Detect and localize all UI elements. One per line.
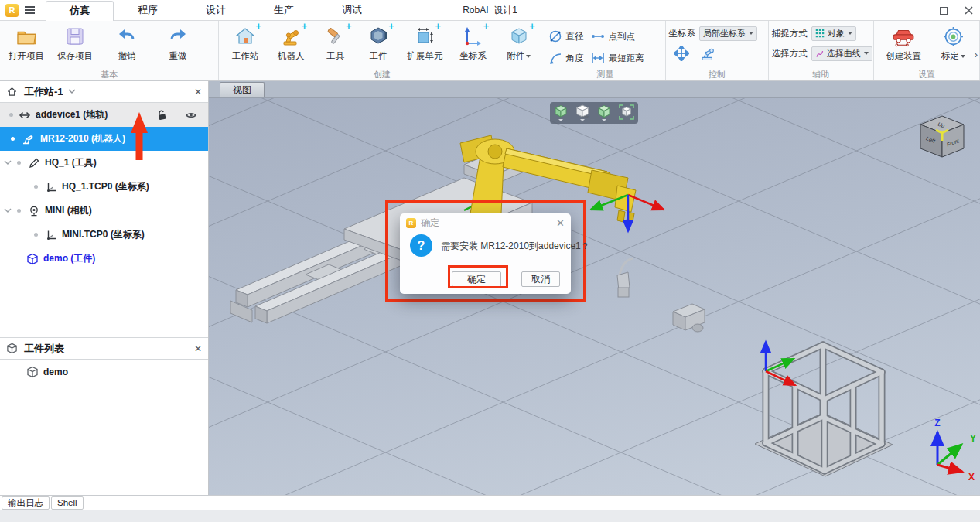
coordinate-system-select[interactable]: 局部坐标系 — [699, 26, 757, 41]
maximize-button[interactable] — [938, 5, 949, 16]
create-attachment-button[interactable]: + 附件 — [496, 23, 541, 62]
menu-hamburger-icon[interactable] — [25, 6, 35, 14]
eye-icon[interactable] — [185, 109, 197, 121]
tab-design[interactable]: 设计 — [182, 0, 250, 21]
status-bar — [0, 510, 980, 522]
wireframe-cube-icon — [553, 104, 569, 119]
create-device-button[interactable]: 创建装置 — [878, 23, 929, 62]
view-cube[interactable]: Up Left Front — [920, 116, 964, 157]
solid-view-button[interactable]: solid — [575, 104, 590, 121]
ribbon-group-control: 坐标系 局部坐标系 控制 — [666, 21, 769, 80]
create-extension-unit-button[interactable]: + 扩展单元 — [400, 23, 450, 62]
workpiece-item-demo[interactable]: demo — [0, 360, 208, 384]
tree-item-hq1[interactable]: HQ_1 (工具) — [0, 151, 208, 175]
measure-shortest-distance-button[interactable]: 最短距离 — [591, 51, 644, 65]
tree-item-hq1-tcp0[interactable]: HQ_1.TCP0 (坐标系) — [0, 175, 208, 199]
create-robot-button[interactable]: + 机器人 — [268, 23, 314, 62]
window-title: RobAI_设计1 — [463, 4, 517, 17]
bottom-tab-bar: 输出日志 Shell — [0, 495, 980, 510]
tree-item-mr12-2010[interactable]: MR12-2010 (机器人) — [0, 127, 208, 151]
sidebar: 工作站-1 ✕ addevice1 (地轨) MR12-2010 (机器人) — [0, 81, 209, 495]
robai-app-window: R 仿真 程序 设计 生产 调试 RobAI_设计1 打开项目 — [0, 0, 980, 522]
minimize-button[interactable] — [913, 5, 924, 16]
shortest-distance-icon — [591, 51, 605, 65]
dialog-cancel-button[interactable]: 取消 — [521, 271, 560, 287]
snap-mode-select[interactable]: 对象 — [811, 26, 856, 41]
view-tab[interactable]: 视图 — [220, 82, 265, 97]
ribbon: 打开项目 保存项目 撤销 重做 基本 — [0, 21, 980, 81]
coordinate-system-label: 坐标系 — [669, 28, 696, 39]
plus-badge: + — [346, 21, 352, 31]
open-project-button[interactable]: 打开项目 — [3, 23, 50, 62]
robot-icon — [22, 133, 34, 145]
titlebar: R 仿真 程序 设计 生产 调试 RobAI_设计1 — [0, 0, 980, 21]
camera-icon — [28, 205, 40, 217]
wireframe-view-button[interactable] — [553, 104, 569, 121]
tree-item-mini[interactable]: MINI (相机) — [0, 199, 208, 223]
measure-angle-button[interactable]: 角度 — [548, 51, 583, 65]
snap-mode-label: 捕捉方式 — [772, 28, 808, 39]
create-workpiece-button[interactable]: + 工件 — [357, 23, 399, 62]
ribbon-group-create: + 工作站 + 机器人 + 工具 — [219, 21, 545, 80]
dialog-message: 需要安装 MR12-2010到addevice1？ — [441, 234, 590, 257]
robot-jog-button[interactable] — [698, 44, 717, 63]
create-tool-button[interactable]: + 工具 — [314, 23, 357, 62]
group-label-assist: 辅助 — [772, 69, 870, 80]
undo-button[interactable]: 撤销 — [101, 23, 153, 62]
tcp-axis-triad — [591, 195, 664, 231]
curve-icon — [815, 49, 824, 59]
scene-3d[interactable]: Up Left Front Z Y X — [209, 98, 980, 495]
create-frame-button[interactable]: + 坐标系 — [450, 23, 496, 62]
tab-production[interactable]: 生产 — [250, 0, 318, 21]
tab-debug[interactable]: 调试 — [318, 0, 386, 21]
ribbon-group-settings: 创建装置 标定 设置 — [874, 21, 980, 80]
bullet-dot — [9, 113, 13, 117]
panel-close-icon[interactable]: ✕ — [194, 343, 202, 354]
create-workstation-button[interactable]: + 工作站 — [222, 23, 268, 62]
plus-badge: + — [435, 21, 442, 31]
chevron-down-icon[interactable] — [4, 160, 12, 165]
tree-item-demo[interactable]: demo (工件) — [0, 247, 208, 271]
measure-diameter-button[interactable]: 直径 — [548, 29, 583, 43]
chevron-down-icon[interactable] — [961, 55, 965, 58]
panel-close-icon[interactable]: ✕ — [194, 87, 202, 97]
lock-icon[interactable] — [155, 107, 169, 122]
dialog-close-icon[interactable]: ✕ — [556, 217, 565, 229]
measure-point-to-point-button[interactable]: 点到点 — [591, 29, 644, 43]
shaded-view-button[interactable] — [596, 104, 612, 121]
pen-tool-icon — [28, 157, 40, 169]
chevron-down-icon — [558, 119, 563, 121]
select-mode-select[interactable]: 选择曲线 — [811, 46, 872, 61]
plus-badge: + — [388, 21, 394, 31]
tab-simulation[interactable]: 仿真 — [46, 1, 114, 22]
dialog-title: 确定 — [421, 217, 439, 230]
tree-item-addevice1[interactable]: addevice1 (地轨) — [0, 103, 208, 127]
dialog-titlebar: R 确定 ✕ — [400, 213, 571, 232]
calibration-button[interactable]: 标定 — [931, 23, 975, 62]
redo-button[interactable]: 重做 — [153, 23, 203, 62]
robot-icon: + — [281, 23, 301, 49]
world-axis-triad: Z Y X — [934, 418, 976, 483]
chevron-down-icon[interactable] — [526, 55, 531, 58]
move-tool-button[interactable] — [672, 44, 691, 63]
plus-badge: + — [529, 21, 535, 31]
tree-item-mini-tcp0[interactable]: MINI.TCP0 (坐标系) — [0, 223, 208, 247]
fit-selection-button[interactable] — [618, 104, 635, 121]
select-cube-icon — [618, 104, 635, 121]
chevron-down-icon — [749, 32, 753, 35]
close-button[interactable] — [963, 5, 974, 16]
app-logo-icon[interactable]: R — [5, 4, 19, 17]
output-log-tab[interactable]: 输出日志 — [2, 496, 50, 510]
coordinate-frame-icon: + — [463, 23, 483, 49]
shell-tab[interactable]: Shell — [51, 496, 84, 510]
redo-icon — [168, 23, 188, 49]
shaded-cube-icon — [596, 104, 612, 119]
save-project-button[interactable]: 保存项目 — [50, 23, 101, 62]
group-label-settings: 设置 — [877, 69, 976, 80]
ribbon-expand-chevron-icon[interactable]: › — [975, 49, 978, 60]
tab-program[interactable]: 程序 — [114, 0, 182, 21]
chevron-down-icon[interactable] — [68, 89, 76, 94]
chevron-down-icon[interactable] — [4, 208, 12, 213]
chevron-down-icon — [602, 119, 606, 121]
cube-icon — [6, 343, 18, 354]
